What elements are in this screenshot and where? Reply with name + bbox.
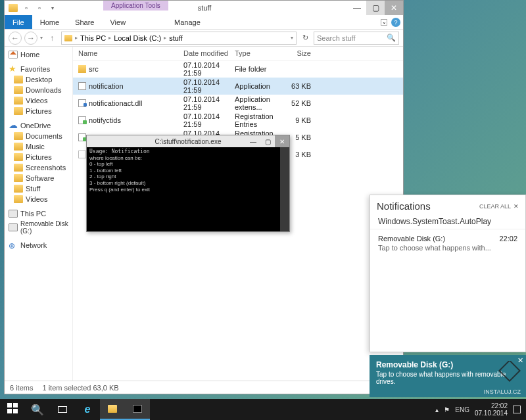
toast-title: Removable Disk (G:) [376,360,510,369]
folder-icon [14,107,23,115]
drive-icon [9,223,18,231]
pc-icon [9,210,18,218]
tab-file[interactable]: File [5,15,32,29]
sidebar-item-screenshots[interactable]: Screenshots [5,162,72,173]
expand-ribbon-icon[interactable]: ⌄ [381,19,387,26]
task-view-button[interactable] [50,399,75,420]
col-date[interactable]: Date modified [183,49,235,57]
up-button[interactable]: ↑ [45,32,59,45]
tray-clock[interactable]: 22:02 07.10.2014 [475,402,508,417]
console-minimize-button[interactable]: — [246,135,260,147]
ie-button[interactable]: e [75,399,100,420]
sidebar-home[interactable]: Home [5,49,72,60]
sidebar-item-videos[interactable]: Videos [5,95,72,106]
tab-share[interactable]: Share [67,15,102,29]
crumb-this-pc[interactable]: This PC [80,34,106,42]
notification-item[interactable]: Removable Disk (G:) 22:02 Tap to choose … [370,229,525,257]
sidebar-network[interactable]: ⊕Network [5,240,72,250]
file-row[interactable]: notificationact.dll07.10.2014 21:59Appli… [73,95,403,112]
chevron-right-icon[interactable]: ▸ [75,35,78,41]
folder-icon [14,86,23,94]
refresh-button[interactable]: ↻ [299,32,311,44]
col-size[interactable]: Size [285,49,311,57]
file-row[interactable]: notifyctids07.10.2014 21:59Registration … [73,112,403,129]
tab-view[interactable]: View [102,15,133,29]
autoplay-toast[interactable]: ✕ Removable Disk (G:) Tap to choose what… [370,355,526,397]
back-button[interactable]: ← [9,32,22,45]
cloud-icon: ☁ [9,122,18,129]
ie-icon: e [85,404,91,415]
console-scrollbar[interactable] [280,147,289,231]
notification-title: Removable Disk (G:) [378,235,445,243]
notifications-heading: Notifications [377,200,431,212]
sidebar-onedrive[interactable]: ☁OneDrive [5,120,72,131]
svg-rect-3 [7,409,12,413]
folder-icon [14,195,23,203]
sidebar-item-desktop[interactable]: Desktop [5,74,72,85]
sidebar-item-videos[interactable]: Videos [5,194,72,204]
tab-home[interactable]: Home [32,15,67,29]
minimize-button[interactable]: — [348,1,366,15]
sidebar-item-music[interactable]: Music [5,141,72,152]
sidebar-removable-disk[interactable]: Removable Disk (G:) [5,219,72,236]
file-row[interactable]: notification07.10.2014 21:59Application6… [73,78,403,95]
application-tools-tab-label: Application Tools [103,1,168,11]
console-close-button[interactable]: ✕ [275,135,289,147]
sidebar-favorites[interactable]: ★Favorites [5,64,72,74]
sidebar-item-downloads[interactable]: Downloads [5,85,72,95]
tray-language[interactable]: ENG [455,406,469,413]
folder-icon [14,97,23,105]
svg-rect-4 [13,409,18,413]
search-icon: 🔍 [31,404,44,416]
maximize-button[interactable]: ▢ [366,1,385,15]
system-tray: ▴ ⚑ ENG 22:02 07.10.2014 [430,399,526,420]
col-name[interactable]: Name [78,49,183,57]
tray-up-icon[interactable]: ▴ [435,406,439,413]
reg-icon [78,116,86,124]
console-maximize-button[interactable]: ▢ [260,135,275,147]
notifications-tray-icon[interactable] [513,406,521,413]
folder-icon [14,185,23,193]
sidebar-item-documents[interactable]: Documents [5,131,72,141]
app-icon [78,82,86,90]
chevron-right-icon[interactable]: ▸ [108,35,111,41]
recent-dropdown-icon[interactable]: ▾ [40,35,43,41]
start-button[interactable] [0,399,25,420]
network-icon: ⊕ [9,241,18,249]
windows-icon [7,403,18,416]
console-taskbar-button[interactable] [125,399,150,420]
tab-manage[interactable]: Manage [166,15,208,29]
sidebar-item-pictures[interactable]: Pictures [5,152,72,162]
folder-icon [14,174,23,182]
toast-close-button[interactable]: ✕ [517,356,523,365]
ribbon-tabs: File Home Share View Manage ⌄ ? [5,15,403,30]
crumb-stuff[interactable]: stuff [169,34,183,42]
search-button[interactable]: 🔍 [25,399,50,420]
explorer-taskbar-button[interactable] [100,399,125,420]
breadcrumb-dropdown-icon[interactable]: ▾ [291,35,293,41]
status-item-count: 6 items [10,384,33,392]
sidebar-item-stuff[interactable]: Stuff [5,183,72,194]
breadcrumb[interactable]: ▸ This PC ▸ Local Disk (C:) ▸ stuff ▾ [61,32,297,45]
quick-access-toolbar: ▫ ▫ ▾ [5,3,61,12]
forward-button[interactable]: → [24,32,37,45]
sidebar-item-software[interactable]: Software [5,173,72,183]
clear-all-button[interactable]: CLEAR ALL ✕ [479,203,519,210]
task-view-icon [58,406,67,413]
folder-icon [9,4,18,12]
file-row[interactable]: src07.10.2014 21:59File folder [73,60,403,78]
sidebar-this-pc[interactable]: This PC [5,208,72,219]
help-icon[interactable]: ? [391,18,400,27]
qat-properties-icon[interactable]: ▫ [22,3,31,12]
dropdown-icon[interactable]: ▾ [48,3,57,12]
search-input[interactable]: Search stuff 🔍 [314,32,399,45]
sidebar-item-pictures[interactable]: Pictures [5,106,72,116]
tray-flag-icon[interactable]: ⚑ [444,406,450,413]
status-bar: 6 items 1 item selected 63,0 KB [5,381,403,394]
chevron-right-icon[interactable]: ▸ [164,35,166,41]
close-button[interactable]: ✕ [385,1,403,15]
qat-new-folder-icon[interactable]: ▫ [35,3,44,12]
column-headers: Name Date modified Type Size [73,47,403,60]
col-type[interactable]: Type [235,49,285,57]
crumb-local-disk[interactable]: Local Disk (C:) [114,34,161,42]
